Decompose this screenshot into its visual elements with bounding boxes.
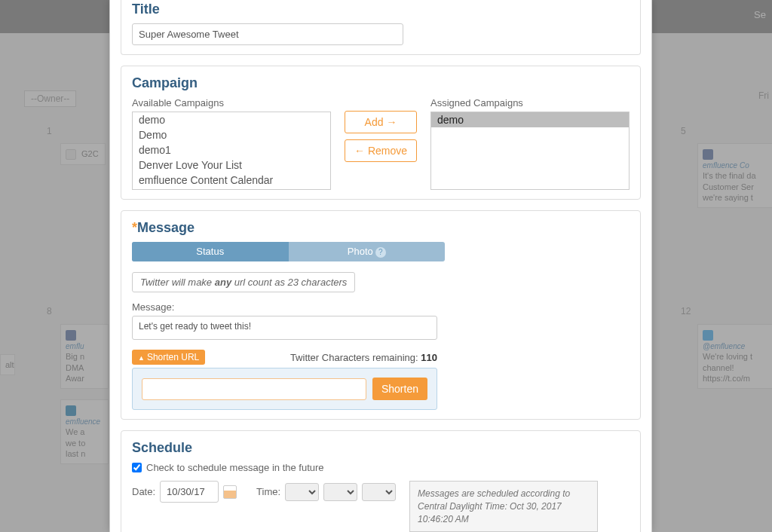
campaign-heading: Campaign [132,75,630,91]
timezone-note: Messages are scheduled according to Cent… [409,481,598,532]
shorten-url-panel: Shorten [132,368,437,410]
schedule-check-label: Check to schedule message in the future [146,462,324,473]
char-counter: Twitter Characters remaining: 110 [290,352,437,363]
help-icon[interactable]: ? [375,247,386,258]
tab-photo[interactable]: Photo? [289,242,446,261]
title-input[interactable] [132,23,403,45]
schedule-heading: Schedule [132,440,630,456]
time-hour-select[interactable] [285,483,319,501]
arrow-right-icon: → [386,116,397,128]
schedule-panel: Schedule Check to schedule message in th… [121,430,641,532]
assigned-campaigns-label: Assigned Campaigns [430,97,630,109]
list-item[interactable]: demo1 [133,142,330,157]
shorten-button[interactable]: Shorten [372,378,427,400]
available-campaigns-label: Available Campaigns [132,97,331,109]
tab-status[interactable]: Status [132,242,289,261]
triangle-up-icon: ▲ [138,354,145,362]
list-item[interactable]: Demo [133,127,330,142]
time-label: Time: [256,486,280,497]
shorten-url-toggle[interactable]: ▲Shorten URL [132,350,205,365]
list-item[interactable]: emfluence Content Calendar [133,173,330,188]
add-campaign-button[interactable]: Add → [345,111,417,133]
message-panel: *Message Status Photo? Twitter will make… [121,210,641,420]
message-label: Message: [132,301,630,313]
assigned-campaigns-list[interactable]: demo [430,112,630,190]
title-panel: Title [121,0,641,55]
message-textarea[interactable] [132,316,437,340]
message-tabs: Status Photo? [132,242,445,261]
list-item[interactable]: demo [431,112,629,127]
remove-campaign-button[interactable]: ← Remove [345,139,417,162]
calendar-icon[interactable] [223,485,237,499]
date-label: Date: [132,486,155,497]
list-item[interactable]: demo [133,112,330,127]
available-campaigns-list[interactable]: demo Demo demo1 Denver Love Your List em… [132,112,331,190]
message-heading: *Message [132,220,630,236]
compose-modal: Title Campaign Available Campaigns demo … [109,0,652,532]
arrow-left-icon: ← [354,145,365,157]
time-ampm-select[interactable] [362,483,396,501]
list-item[interactable]: Denver Love Your List [133,157,330,173]
title-heading: Title [132,2,630,17]
campaign-panel: Campaign Available Campaigns demo Demo d… [121,66,641,200]
schedule-checkbox[interactable] [132,463,142,472]
date-input[interactable] [160,481,219,503]
shorten-url-input[interactable] [142,378,366,400]
url-hint: Twitter will make any url count as 23 ch… [132,272,355,292]
time-minute-select[interactable] [323,483,357,501]
